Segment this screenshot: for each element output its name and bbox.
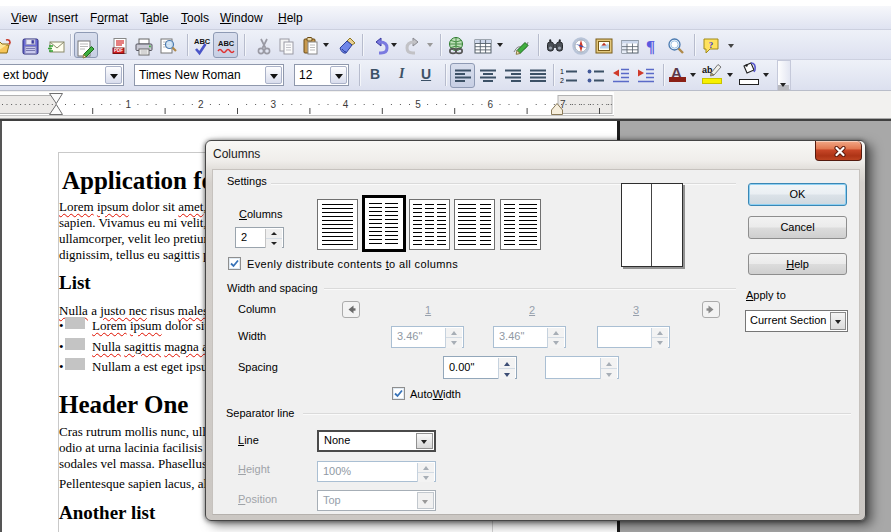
svg-text:6: 6 — [488, 99, 494, 110]
svg-text:5: 5 — [415, 99, 421, 110]
svg-text:2: 2 — [198, 99, 204, 110]
svg-text:1: 1 — [560, 68, 564, 75]
svg-text:PDF: PDF — [114, 48, 123, 53]
svg-text:ABC: ABC — [194, 37, 211, 46]
svg-text:1: 1 — [126, 99, 132, 110]
svg-text:3: 3 — [270, 99, 276, 110]
svg-text:2: 2 — [560, 77, 564, 84]
svg-text:?: ? — [709, 40, 714, 50]
svg-text:ABC: ABC — [218, 39, 235, 48]
svg-text:4: 4 — [343, 99, 349, 110]
